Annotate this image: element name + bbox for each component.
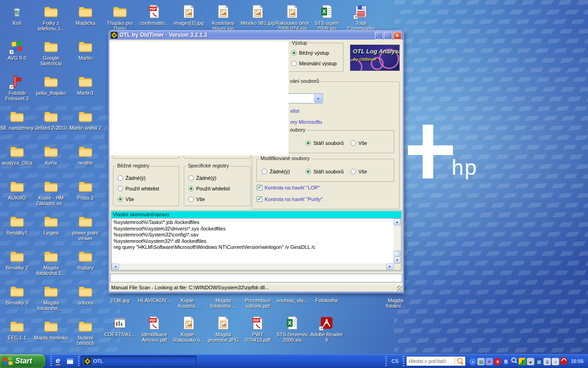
desktop-icon[interactable]: power point viewer [68,213,103,241]
desktop-icon-hidden-label[interactable]: Kopie - Kostela... [171,297,206,309]
skip-microsoft-option-label[interactable]: ory Microsoftu [290,119,322,125]
desktop-icon[interactable]: Kopie - HM Základní se... [34,178,68,206]
security-alert-icon[interactable]: × [493,357,502,366]
radio-created-all[interactable] [351,140,356,146]
desktop-icon[interactable]: Benátky1 [0,213,34,236]
radio-modified-age[interactable] [305,169,311,174]
collapse-chevron-icon[interactable]: ‹ [469,357,477,366]
desktop-icon[interactable]: jarka_thajsko [34,74,68,96]
desktop-icon-hidden-label[interactable]: Prezentace valísek.ppt [240,297,275,309]
desktop-icon[interactable]: Thajsko pro Danu [102,4,137,31]
desktop-icon[interactable]: Ještěd 2-2010 [34,109,68,131]
search-magnifier-icon[interactable] [454,356,465,366]
desktop-icon[interactable]: sobota [68,283,103,305]
desktop-icon[interactable]: ↗Total Commander [344,4,379,31]
checkbox-purity[interactable] [257,196,262,202]
desktop-icon[interactable]: ↻Koš [0,4,34,26]
desktop-icon[interactable]: Magda fotokniha 1... [34,248,68,276]
desktop-icon-hidden-label[interactable]: Fotokniha [309,297,344,303]
titlebar[interactable]: OTL by OldTimer - Version 3.2.1.3 _□× [109,30,403,40]
desktop-icon[interactable]: Radary [68,248,103,270]
desktop-icon-hidden-label[interactable]: souhlas_vla... [275,297,310,303]
desktop-icon[interactable]: Martin [68,39,103,61]
desktop-icon[interactable]: Kostelany hlavní.jpg [206,4,241,31]
desktop-icon-hidden-label[interactable]: Magda fotokniha.... [206,297,241,309]
desktop-icon-hidden-label[interactable]: HLAVICKOV... [137,297,172,303]
horizontal-scrollbar[interactable]: ◄ ► [112,264,394,270]
network-offline-icon[interactable]: × [485,357,493,366]
desktop-icon[interactable]: ↗AVG 9.0 [0,39,34,61]
radio-specific-whitelist[interactable] [188,186,194,191]
desktop-icon[interactable]: Google SketchUp [34,39,68,66]
language-indicator[interactable]: CS [389,358,401,364]
desktop-icon[interactable]: Benátky 3 [0,283,34,305]
desktop-icon[interactable]: PDFPWT 070413.pdf [240,315,275,343]
scroll-right-icon[interactable]: ► [386,264,394,270]
radio-common-all[interactable] [118,196,123,202]
desktop-icon[interactable]: neděle [68,144,103,166]
desktop-icon[interactable]: CDEXTRA1... [102,315,137,337]
desktop-icon[interactable]: Benátky 2 [0,248,34,270]
desktop-icon[interactable]: Keňa [34,144,68,166]
desktop-icon[interactable]: Majda miminko [34,318,68,340]
checkbox-lop[interactable] [257,185,262,190]
desktop-icon[interactable]: Kopie - Rakousko ú... [171,315,206,343]
desktop-icon-hidden-label[interactable]: Magda fotokni... [378,297,413,309]
custom-scan-text[interactable]: %systemroot%\Tasks\*.job /lockedfiles%sy… [112,218,394,264]
bluetooth-icon[interactable]: B [502,357,510,366]
scroll-down-icon[interactable]: ▼ [394,257,401,264]
desktop-icon[interactable]: ↗Fotolab Fotosvet 3 [0,74,34,101]
antivirus-shield-icon[interactable] [560,357,568,365]
radio-output-normal[interactable] [291,50,297,56]
radio-specific-all[interactable] [188,196,194,202]
resize-grip[interactable] [397,286,402,291]
desktop-icon[interactable]: Pepa 3 [68,178,103,201]
desktop-icon[interactable]: PDFIdentifikace Amcico.pdf [137,315,172,343]
radio-created-age[interactable] [305,140,311,146]
taskbar-button-otl[interactable]: OTL [81,356,197,367]
whitelist-option-label[interactable]: elist [290,108,300,114]
remote-display-icon[interactable]: ▤ [477,357,485,366]
radio-common-none[interactable] [118,175,123,181]
scroll-up-icon[interactable]: ▲ [394,218,401,225]
desktop-icon[interactable]: školení černoch [68,318,103,346]
vertical-scrollbar[interactable]: ▲ ▼ [394,218,401,264]
scroll-left-icon[interactable]: ◄ [112,264,119,270]
desktop-icon[interactable]: analýza_Olča [0,144,34,166]
desktop-icon[interactable]: Rakousko únor 2008 024.jpg [275,4,310,31]
desktop-icon[interactable]: Magda promoce.JPG [206,315,241,343]
desktop-icon[interactable]: Fotky z telefonu, I... [34,4,68,31]
radio-common-whitelist[interactable] [118,186,123,191]
radio-output-minimal[interactable] [291,61,297,66]
desktop-icon[interactable]: Magda fotokniha_... [34,283,68,311]
show-desktop-icon[interactable] [65,356,74,366]
desktop-icon[interactable]: XSTS červenec 2009.xls [275,315,310,343]
close-button[interactable]: × [393,32,401,40]
desktop[interactable]: hp ↻KošFotky z telefonu, I...MajdičkaTha… [0,0,588,354]
desktop-icon[interactable]: Mexiko 981.jpg [240,4,275,26]
volume-icon[interactable]: ♪ [551,357,560,366]
desktop-icon[interactable]: Martin kniha 2 [68,109,103,131]
remote-desktop-icon[interactable]: ▦ [535,357,543,366]
taskbar-clock[interactable]: 16:56 [568,358,587,364]
magnifier-icon[interactable] [510,356,518,366]
desktop-icon[interactable]: images[1].jpg [171,4,206,26]
radio-modified-none[interactable] [262,169,267,174]
search-input[interactable] [407,357,454,365]
radio-specific-none[interactable] [188,175,194,181]
desktop-icon[interactable]: ↗Adobe Reader 9 [309,315,344,343]
desktop-icon[interactable]: EFC 1.1 [0,318,34,340]
desktop-icon-hidden-label[interactable]: 2736.jpg [102,297,137,303]
wireless-signal-icon[interactable]: ψ [543,357,551,366]
start-button[interactable]: Start [0,354,45,368]
minimize-button[interactable]: _ [375,32,383,40]
desktop-icon[interactable]: Lingea [34,213,68,236]
desktop-icon[interactable]: 58. narozeniny [0,109,34,131]
desktop-icon[interactable]: XSTS srpen 2009.xls [309,4,344,31]
internet-explorer-icon[interactable]: e [53,356,62,366]
maximize-button[interactable]: □ [384,32,392,40]
desktop-icon[interactable]: AUKRO [0,178,34,201]
avg-status-icon[interactable]: ! [518,357,526,366]
pointer-icon[interactable]: ▲ [526,357,535,366]
desktop-icon[interactable]: Martin1 [68,74,103,96]
